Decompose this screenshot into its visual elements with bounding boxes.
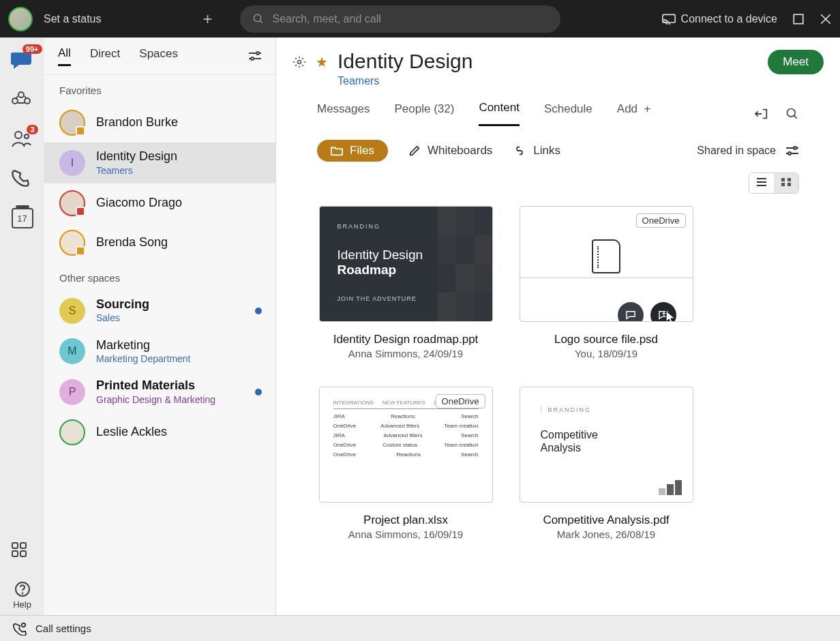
item-title: Identity Design xyxy=(96,149,177,164)
item-title: Brandon Burke xyxy=(96,115,178,130)
pencil-icon xyxy=(408,145,421,157)
pill-whiteboards[interactable]: Whiteboards xyxy=(408,144,492,158)
file-name: Project plan.xlsx xyxy=(363,513,448,527)
svg-point-18 xyxy=(256,52,259,55)
global-search[interactable]: Search, meet, and call xyxy=(240,5,560,33)
svg-rect-2 xyxy=(662,14,674,23)
tab-direct[interactable]: Direct xyxy=(90,47,120,65)
pill-files[interactable]: Files xyxy=(317,140,388,162)
leave-icon[interactable] xyxy=(754,107,769,121)
set-status-button[interactable]: Set a status xyxy=(44,13,102,25)
item-subtitle: Teamers xyxy=(96,164,177,177)
title-bar: Set a status + Search, meet, and call Co… xyxy=(0,0,840,38)
file-name: Identity Design roadmap.ppt xyxy=(333,333,479,346)
item-subtitle: Graphic Design & Marketing xyxy=(96,393,215,406)
sidebar-item-marketing[interactable]: M MarketingMarketing Department xyxy=(44,331,275,372)
calendar-icon[interactable]: 17 xyxy=(12,208,33,228)
file-meta: You, 18/09/19 xyxy=(575,348,638,359)
onedrive-badge: OneDrive xyxy=(636,213,686,228)
svg-rect-31 xyxy=(781,178,785,181)
item-title: Sourcing xyxy=(96,297,149,312)
list-view-button[interactable] xyxy=(749,173,774,193)
user-avatar[interactable] xyxy=(8,7,33,31)
filter-icon[interactable] xyxy=(248,50,262,61)
tab-schedule[interactable]: Schedule xyxy=(544,102,592,125)
help-label: Help xyxy=(13,599,31,610)
file-name: Logo source file.psd xyxy=(554,333,658,346)
close-icon[interactable] xyxy=(820,13,832,25)
svg-point-6 xyxy=(18,92,24,98)
svg-rect-32 xyxy=(787,178,791,181)
contacts-badge: 3 xyxy=(27,125,38,134)
nav-rail: 99+ 3 17 Help xyxy=(0,38,44,615)
svg-point-25 xyxy=(794,147,796,149)
teams-icon[interactable] xyxy=(11,89,34,110)
svg-point-16 xyxy=(22,593,22,594)
calls-icon[interactable] xyxy=(11,168,34,189)
call-settings-link[interactable]: Call settings xyxy=(35,623,91,634)
item-title: Leslie Ackles xyxy=(96,425,167,440)
svg-rect-11 xyxy=(12,543,18,548)
search-icon[interactable] xyxy=(785,107,799,121)
avatar xyxy=(59,230,85,256)
chat-icon[interactable]: 99+ xyxy=(11,50,34,70)
file-card[interactable]: BRANDING CompetitiveAnalysis Competitive… xyxy=(518,387,695,540)
sidebar-item-sourcing[interactable]: S SourcingSales xyxy=(44,290,275,331)
apps-icon[interactable] xyxy=(11,541,34,562)
tab-add[interactable]: Add + xyxy=(617,102,651,125)
meet-button[interactable]: Meet xyxy=(768,50,824,74)
item-title: Marketing xyxy=(96,338,191,353)
space-tabs: Messages People (32) Content Schedule Ad… xyxy=(276,87,840,126)
item-title: Printed Materials xyxy=(96,378,215,393)
svg-point-7 xyxy=(12,98,18,104)
avatar: M xyxy=(59,338,85,364)
contacts-icon[interactable]: 3 xyxy=(11,129,34,149)
item-title: Brenda Song xyxy=(96,235,168,250)
file-card[interactable]: OneDrive Update file share Logo xyxy=(518,206,695,359)
svg-line-23 xyxy=(794,115,797,118)
shared-in-space-label[interactable]: Shared in space xyxy=(697,145,776,157)
tab-spaces[interactable]: Spaces xyxy=(139,47,178,65)
sidebar-item-brandon[interactable]: Brandon Burke xyxy=(44,103,275,143)
sidebar-item-giacomo[interactable]: Giacomo Drago xyxy=(44,183,275,223)
file-card[interactable]: OneDrive INTEGRATIONSNEW FEATURESIMPROVE… xyxy=(317,387,494,540)
tab-messages[interactable]: Messages xyxy=(317,102,370,125)
avatar: S xyxy=(59,298,85,324)
connect-device-button[interactable]: Connect to a device xyxy=(662,13,777,25)
star-icon[interactable]: ★ xyxy=(316,54,328,70)
maximize-icon[interactable] xyxy=(792,13,805,25)
grid-view-button[interactable] xyxy=(774,173,798,193)
status-bar: Call settings xyxy=(0,615,840,641)
tab-all[interactable]: All xyxy=(58,46,71,66)
svg-point-8 xyxy=(25,98,30,104)
sidebar-tabs: All Direct Spaces xyxy=(44,38,275,75)
help-button[interactable]: Help xyxy=(13,581,31,610)
cast-icon xyxy=(662,14,676,25)
tab-content[interactable]: Content xyxy=(479,101,520,126)
avatar xyxy=(59,110,85,136)
other-spaces-header: Other spaces xyxy=(44,263,275,290)
update-share-button[interactable]: Update file share xyxy=(650,302,676,322)
plus-icon[interactable]: + xyxy=(203,10,213,29)
sidebar-item-printed[interactable]: P Printed MaterialsGraphic Design & Mark… xyxy=(44,372,275,413)
file-thumbnail: BRANDING Identity Design Roadmap JOIN TH… xyxy=(319,206,493,322)
sidebar-item-leslie[interactable]: Leslie Ackles xyxy=(44,413,275,452)
document-icon xyxy=(592,239,620,273)
call-settings-icon[interactable] xyxy=(12,622,27,636)
tab-people[interactable]: People (32) xyxy=(394,102,454,125)
filter-icon[interactable] xyxy=(785,145,799,156)
space-team-link[interactable]: Teamers xyxy=(338,75,472,87)
file-thumbnail: OneDrive Update file share xyxy=(520,206,693,322)
avatar: I xyxy=(59,150,85,176)
sidebar-item-identity-design[interactable]: I Identity DesignTeamers xyxy=(44,143,275,183)
space-title: Identity Design xyxy=(338,50,472,72)
gear-icon[interactable] xyxy=(292,55,306,69)
open-chat-button[interactable] xyxy=(618,302,644,322)
file-card[interactable]: BRANDING Identity Design Roadmap JOIN TH… xyxy=(317,206,494,359)
pill-links[interactable]: Links xyxy=(513,144,560,158)
svg-point-21 xyxy=(298,61,301,64)
svg-point-9 xyxy=(15,132,22,138)
sidebar-item-brenda[interactable]: Brenda Song xyxy=(44,223,275,263)
svg-rect-14 xyxy=(20,551,26,556)
chat-badge: 99+ xyxy=(22,44,42,54)
